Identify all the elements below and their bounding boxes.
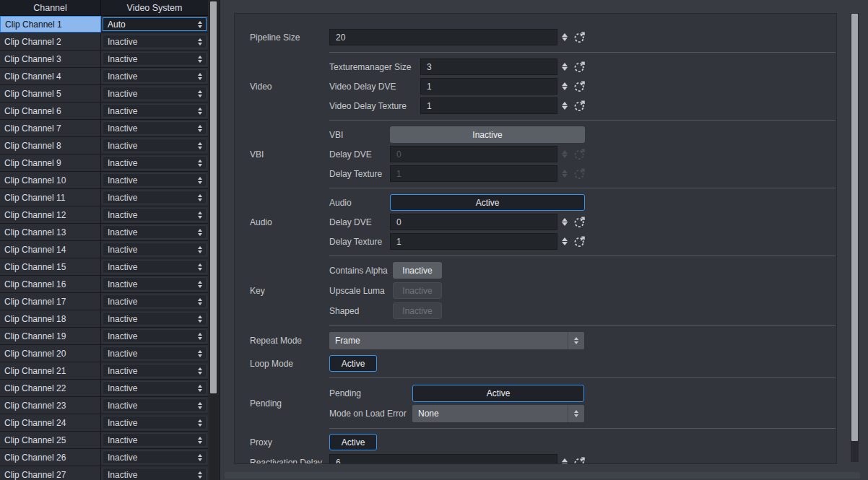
channel-name-cell[interactable]: Clip Channel 15: [0, 258, 101, 275]
pipeline-size-input[interactable]: 20: [329, 29, 557, 45]
video-system-select[interactable]: Inactive: [103, 104, 207, 118]
channel-name-cell[interactable]: Clip Channel 6: [0, 102, 101, 119]
video-delay-texture-reset-icon[interactable]: [573, 100, 586, 112]
stepper-down-icon[interactable]: [562, 38, 568, 41]
reactivation-delay-reset-icon[interactable]: [573, 456, 586, 464]
texturemanager-size-reset-icon[interactable]: [573, 61, 586, 73]
channel-row[interactable]: Clip Channel 27 Inactive: [0, 466, 208, 480]
channel-row[interactable]: Clip Channel 25 Inactive: [0, 432, 208, 449]
loop-mode-toggle[interactable]: Active: [329, 355, 377, 372]
channel-row[interactable]: Clip Channel 1 Auto: [0, 16, 208, 33]
video-system-select[interactable]: Inactive: [103, 191, 207, 204]
channel-name-cell[interactable]: Clip Channel 13: [0, 224, 101, 240]
video-system-select[interactable]: Inactive: [103, 260, 207, 274]
channel-row[interactable]: Clip Channel 20 Inactive: [0, 345, 208, 362]
channel-name-cell[interactable]: Clip Channel 22: [0, 380, 101, 396]
channel-name-cell[interactable]: Clip Channel 7: [0, 120, 101, 136]
texturemanager-size-stepper[interactable]: [560, 63, 570, 71]
channel-name-cell[interactable]: Clip Channel 17: [0, 293, 101, 310]
reactivation-delay-stepper[interactable]: [560, 458, 570, 464]
channel-row[interactable]: Clip Channel 26 Inactive: [0, 449, 208, 466]
video-system-select[interactable]: Inactive: [103, 468, 207, 480]
channel-name-cell[interactable]: Clip Channel 8: [0, 137, 101, 154]
video-system-select[interactable]: Inactive: [103, 173, 207, 187]
channel-name-cell[interactable]: Clip Channel 20: [0, 345, 101, 362]
video-delay-texture-stepper[interactable]: [560, 102, 570, 110]
channel-name-cell[interactable]: Clip Channel 19: [0, 328, 101, 344]
video-system-select[interactable]: Inactive: [103, 225, 207, 239]
audio-delay-texture-reset-icon[interactable]: [573, 235, 586, 248]
audio-toggle[interactable]: Active: [390, 194, 585, 211]
video-system-select[interactable]: Inactive: [103, 381, 207, 395]
proxy-toggle[interactable]: Active: [329, 434, 377, 450]
video-delay-texture-input[interactable]: 1: [420, 97, 557, 114]
channel-name-cell[interactable]: Clip Channel 2: [0, 33, 101, 50]
audio-delay-dve-reset-icon[interactable]: [573, 216, 586, 228]
video-delay-dve-input[interactable]: 1: [420, 78, 557, 95]
video-system-select[interactable]: Auto: [103, 17, 207, 31]
stepper-up-icon[interactable]: [562, 33, 568, 37]
audio-delay-dve-input[interactable]: 0: [390, 214, 557, 230]
video-system-select[interactable]: Inactive: [103, 121, 207, 135]
video-system-select[interactable]: Inactive: [103, 243, 207, 256]
channel-row[interactable]: Clip Channel 18 Inactive: [0, 310, 208, 328]
channel-row[interactable]: Clip Channel 5 Inactive: [0, 85, 208, 102]
pipeline-size-reset-icon[interactable]: [573, 31, 586, 43]
channel-name-cell[interactable]: Clip Channel 25: [0, 432, 101, 448]
video-system-select[interactable]: Inactive: [103, 156, 207, 170]
channel-name-cell[interactable]: Clip Channel 27: [0, 466, 101, 480]
video-system-select[interactable]: Inactive: [103, 35, 207, 48]
channel-name-cell[interactable]: Clip Channel 18: [0, 310, 101, 327]
settings-vertical-scrollbar[interactable]: [851, 13, 859, 462]
channel-name-cell[interactable]: Clip Channel 1: [0, 16, 101, 32]
channel-row[interactable]: Clip Channel 7 Inactive: [0, 120, 208, 137]
channel-row[interactable]: Clip Channel 24 Inactive: [0, 414, 208, 432]
video-system-select[interactable]: Inactive: [103, 87, 207, 100]
channel-row[interactable]: Clip Channel 10 Inactive: [0, 172, 208, 189]
channel-row[interactable]: Clip Channel 12 Inactive: [0, 206, 208, 224]
channel-row[interactable]: Clip Channel 3 Inactive: [0, 51, 208, 68]
channel-row[interactable]: Clip Channel 17 Inactive: [0, 293, 208, 310]
pending-toggle[interactable]: Active: [412, 385, 584, 402]
video-system-select[interactable]: Inactive: [103, 52, 207, 66]
channel-name-cell[interactable]: Clip Channel 24: [0, 414, 101, 431]
video-system-select[interactable]: Inactive: [103, 208, 207, 222]
audio-delay-texture-stepper[interactable]: [560, 237, 570, 245]
scrollbar-thumb[interactable]: [210, 1, 217, 393]
channel-row[interactable]: Clip Channel 2 Inactive: [0, 33, 208, 51]
video-system-select[interactable]: Inactive: [103, 139, 207, 152]
channel-name-cell[interactable]: Clip Channel 4: [0, 68, 101, 84]
channel-row[interactable]: Clip Channel 19 Inactive: [0, 328, 208, 345]
channel-name-cell[interactable]: Clip Channel 3: [0, 51, 101, 67]
texturemanager-size-input[interactable]: 3: [420, 58, 557, 75]
contains-alpha-toggle[interactable]: Inactive: [393, 262, 442, 279]
video-system-select[interactable]: Inactive: [103, 277, 207, 291]
channel-name-cell[interactable]: Clip Channel 10: [0, 172, 101, 188]
video-system-select[interactable]: Inactive: [103, 294, 207, 308]
channel-row[interactable]: Clip Channel 13 Inactive: [0, 224, 208, 241]
channel-name-cell[interactable]: Clip Channel 9: [0, 154, 101, 171]
channel-name-cell[interactable]: Clip Channel 16: [0, 276, 101, 292]
channel-name-cell[interactable]: Clip Channel 5: [0, 85, 101, 102]
video-system-select[interactable]: Inactive: [103, 398, 207, 412]
channel-row[interactable]: Clip Channel 23 Inactive: [0, 397, 208, 414]
channel-name-cell[interactable]: Clip Channel 26: [0, 449, 101, 466]
channel-row[interactable]: Clip Channel 11 Inactive: [0, 189, 208, 206]
video-system-select[interactable]: Inactive: [103, 329, 207, 343]
channel-row[interactable]: Clip Channel 16 Inactive: [0, 276, 208, 293]
video-system-select[interactable]: Inactive: [103, 416, 207, 429]
channel-name-cell[interactable]: Clip Channel 12: [0, 206, 101, 223]
video-delay-dve-reset-icon[interactable]: [573, 80, 586, 92]
channel-row[interactable]: Clip Channel 22 Inactive: [0, 380, 208, 397]
reactivation-delay-input[interactable]: 6: [329, 454, 557, 464]
scrollbar-thumb[interactable]: [851, 14, 858, 441]
channel-row[interactable]: Clip Channel 9 Inactive: [0, 154, 208, 172]
settings-horizontal-scrollbar[interactable]: [225, 472, 860, 479]
mode-on-load-error-select[interactable]: None: [412, 405, 584, 422]
video-delay-dve-stepper[interactable]: [560, 82, 570, 90]
channel-name-cell[interactable]: Clip Channel 14: [0, 241, 101, 258]
channel-row[interactable]: Clip Channel 4 Inactive: [0, 68, 208, 85]
channel-list-scrollbar[interactable]: [209, 0, 218, 480]
video-system-select[interactable]: Inactive: [103, 364, 207, 378]
repeat-mode-select[interactable]: Frame: [329, 332, 584, 349]
